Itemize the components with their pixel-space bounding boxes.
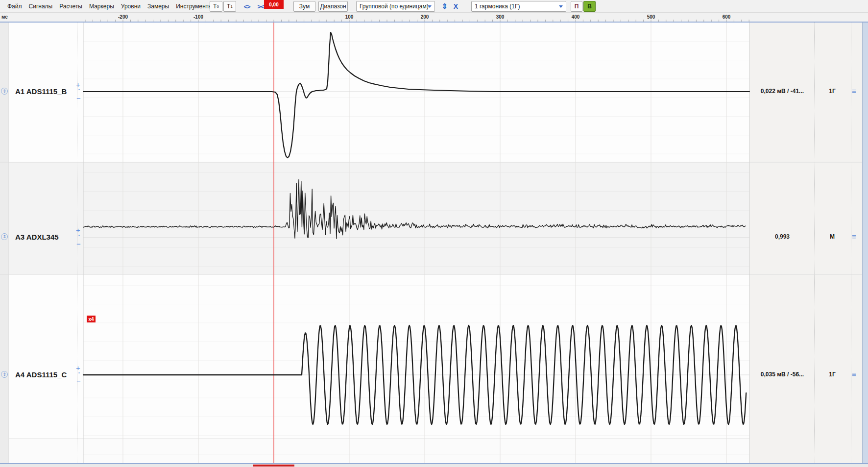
vertical-scrollbar[interactable] — [862, 23, 868, 463]
channel-label[interactable]: A4 ADS1115_C — [15, 370, 67, 379]
zoom-button[interactable]: Зум — [293, 1, 315, 12]
bottom-band — [0, 439, 862, 463]
zero-down-handle[interactable]: − — [76, 377, 81, 386]
channel-unit: 1Г — [815, 88, 849, 95]
channel-menu-icon[interactable]: ≡ — [852, 232, 856, 241]
ruler-tick-label: 500 — [640, 14, 662, 20]
ruler-tick-label: 600 — [716, 14, 737, 20]
autoscale-vertical-icon[interactable]: ⇕ — [439, 1, 449, 12]
chevron-down-icon — [428, 5, 432, 8]
toolbar: Файл Сигналы Расчеты Маркеры Уровни Заме… — [0, 0, 868, 13]
bottom-scrollbar[interactable] — [0, 464, 868, 467]
channel-drag-icon[interactable]: ⇕ — [1, 371, 8, 378]
channel-value: 0,035 мВ / -56... — [750, 371, 814, 378]
t1-button[interactable]: T1 — [223, 1, 236, 12]
channel-drag-icon[interactable]: ⇕ — [1, 88, 8, 95]
unit-separator-line — [851, 23, 851, 463]
zero-dot-handle[interactable]: • — [78, 87, 80, 92]
group-mode-dropdown[interactable]: Групповой (по единицам) — [356, 1, 435, 12]
ruler-unit-label: мс — [1, 14, 8, 20]
harmonic-dropdown[interactable]: 1 гармоника (1Г) — [471, 1, 566, 12]
ruler-tick-label: 400 — [565, 14, 586, 20]
expand-horizontal-icon[interactable]: <> — [240, 1, 254, 12]
zero-dot-handle[interactable]: • — [78, 233, 80, 237]
scale-multiplier-badge[interactable]: x4 — [87, 316, 96, 322]
zero-down-handle[interactable]: − — [76, 240, 81, 248]
chevron-down-icon — [559, 5, 563, 8]
menu-bar: Файл Сигналы Расчеты Маркеры Уровни Заме… — [7, 0, 213, 13]
range-button[interactable]: Диапазон — [318, 1, 348, 12]
channel-value: 0,993 — [750, 233, 814, 240]
v-toggle-button[interactable]: В — [583, 1, 596, 12]
t0-sub: 0 — [217, 4, 218, 9]
channel-label[interactable]: A3 ADXL345 — [15, 233, 59, 241]
t0-label: T — [213, 3, 217, 10]
menu-measurements[interactable]: Замеры — [147, 3, 169, 10]
menu-calculations[interactable]: Расчеты — [59, 3, 82, 10]
channel-drag-icon[interactable]: ⇕ — [1, 233, 8, 240]
clear-icon[interactable]: X — [451, 1, 460, 12]
channel-menu-icon[interactable]: ≡ — [852, 370, 856, 378]
channel-value: 0,022 мВ / -41... — [750, 88, 814, 95]
menu-markers[interactable]: Маркеры — [89, 3, 114, 10]
ruler-tick-label: -200 — [112, 14, 134, 20]
values-separator-line — [814, 23, 815, 463]
time-ruler[interactable]: мс -200-100100200300400500600 — [0, 13, 868, 22]
ruler-tick-label: -100 — [188, 14, 209, 20]
ruler-tick-label: 300 — [489, 14, 511, 20]
menu-signals[interactable]: Сигналы — [29, 3, 53, 10]
zero-down-handle[interactable]: − — [76, 94, 81, 102]
channel-band-a3 — [0, 162, 862, 274]
menu-tools[interactable]: Инструменты — [176, 3, 213, 10]
menu-levels[interactable]: Уровни — [121, 3, 141, 10]
harmonic-value: 1 гармоника (1Г) — [475, 3, 520, 10]
zero-dot-handle[interactable]: • — [78, 370, 80, 375]
t1-sub: 1 — [230, 4, 232, 9]
channel-unit: 1Г — [815, 371, 849, 378]
app-window: Файл Сигналы Расчеты Маркеры Уровни Заме… — [0, 0, 868, 467]
channel-menu-icon[interactable]: ≡ — [852, 87, 856, 95]
p-toggle-button[interactable]: П — [571, 1, 582, 12]
channel-label[interactable]: A1 ADS1115_B — [15, 87, 67, 96]
channel-band-a1 — [0, 23, 862, 162]
t0-button[interactable]: T0 — [210, 1, 222, 12]
channel-band-a4 — [0, 274, 862, 439]
ruler-tick-label: 200 — [414, 14, 435, 20]
channel-unit: М — [815, 233, 849, 240]
bottom-scrollbar-thumb[interactable] — [253, 465, 294, 467]
ruler-underline — [0, 22, 868, 23]
group-mode-value: Групповой (по единицам) — [360, 3, 429, 10]
t1-label: T — [227, 3, 230, 10]
cursor-time-badge[interactable]: 0,00 — [264, 0, 284, 9]
ruler-tick-label: 100 — [338, 14, 360, 20]
menu-file[interactable]: Файл — [7, 3, 22, 10]
